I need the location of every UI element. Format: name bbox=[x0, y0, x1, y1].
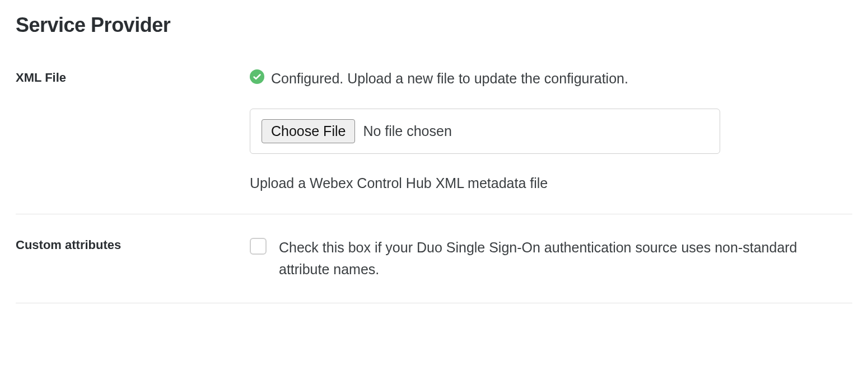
custom-attributes-checkbox[interactable] bbox=[250, 238, 267, 255]
xml-file-label: XML File bbox=[16, 69, 250, 85]
choose-file-button[interactable]: Choose File bbox=[262, 119, 355, 143]
xml-file-status-line: Configured. Upload a new file to update … bbox=[250, 69, 843, 87]
xml-file-row: XML File Configured. Upload a new file t… bbox=[16, 69, 852, 214]
file-chosen-status: No file chosen bbox=[363, 123, 451, 139]
custom-attributes-label: Custom attributes bbox=[16, 237, 250, 252]
xml-file-help-text: Upload a Webex Control Hub XML metadata … bbox=[250, 175, 843, 191]
custom-attributes-row: Custom attributes Check this box if your… bbox=[16, 237, 852, 303]
svg-point-0 bbox=[250, 69, 264, 84]
xml-file-content: Configured. Upload a new file to update … bbox=[250, 69, 843, 191]
custom-attributes-checkbox-row: Check this box if your Duo Single Sign-O… bbox=[250, 237, 843, 280]
xml-file-status-text: Configured. Upload a new file to update … bbox=[271, 71, 628, 87]
check-circle-icon bbox=[250, 69, 264, 87]
section-title: Service Provider bbox=[16, 13, 852, 37]
custom-attributes-checkbox-label: Check this box if your Duo Single Sign-O… bbox=[279, 237, 843, 280]
file-input-container[interactable]: Choose File No file chosen bbox=[250, 109, 720, 154]
custom-attributes-content: Check this box if your Duo Single Sign-O… bbox=[250, 237, 843, 280]
